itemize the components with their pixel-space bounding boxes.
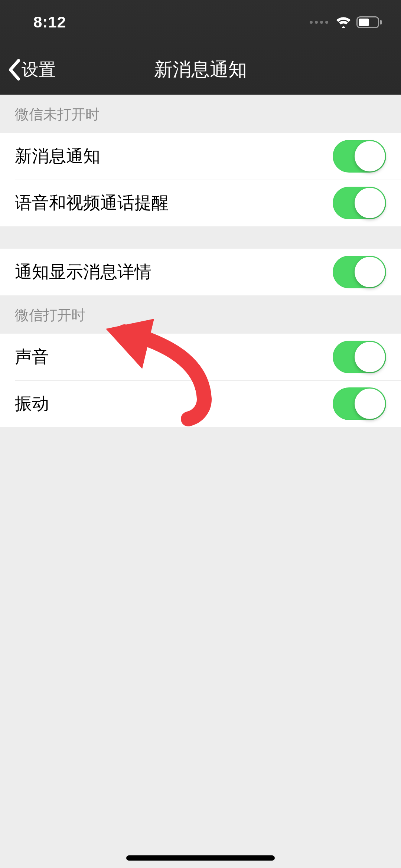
setting-label: 声音 xyxy=(15,345,49,369)
setting-row-show-detail: 通知显示消息详情 xyxy=(0,249,401,295)
svg-rect-1 xyxy=(359,19,369,26)
cell-group: 声音 振动 xyxy=(0,334,401,427)
setting-row-new-message: 新消息通知 xyxy=(0,133,401,180)
cell-group: 通知显示消息详情 xyxy=(0,249,401,295)
section-header-closed: 微信未打开时 xyxy=(0,95,401,133)
setting-label: 通知显示消息详情 xyxy=(15,261,151,284)
setting-label: 新消息通知 xyxy=(15,145,100,168)
battery-icon xyxy=(356,16,382,28)
toggle-sound[interactable] xyxy=(333,341,386,373)
toggle-vibrate[interactable] xyxy=(333,387,386,420)
setting-row-voice-video: 语音和视频通话提醒 xyxy=(0,180,401,226)
wifi-icon xyxy=(336,17,351,28)
nav-bar: 设置 新消息通知 xyxy=(0,45,401,95)
status-time: 8:12 xyxy=(33,13,66,31)
cellular-dots-icon xyxy=(310,21,328,24)
section-header-open: 微信打开时 xyxy=(0,295,401,334)
setting-label: 语音和视频通话提醒 xyxy=(15,191,169,214)
status-right xyxy=(310,16,382,28)
setting-label: 振动 xyxy=(15,392,49,415)
page-title: 新消息通知 xyxy=(154,57,247,82)
home-indicator[interactable] xyxy=(126,855,275,861)
setting-row-vibrate: 振动 xyxy=(0,380,401,427)
back-button[interactable]: 设置 xyxy=(4,45,59,95)
toggle-voice-video[interactable] xyxy=(333,187,386,219)
svg-rect-2 xyxy=(380,20,382,24)
back-label: 设置 xyxy=(22,58,56,81)
chevron-left-icon xyxy=(7,59,21,81)
setting-row-sound: 声音 xyxy=(0,334,401,380)
toggle-show-detail[interactable] xyxy=(333,256,386,288)
status-bar: 8:12 xyxy=(0,0,401,45)
cell-group: 新消息通知 语音和视频通话提醒 xyxy=(0,133,401,226)
toggle-new-message[interactable] xyxy=(333,140,386,173)
